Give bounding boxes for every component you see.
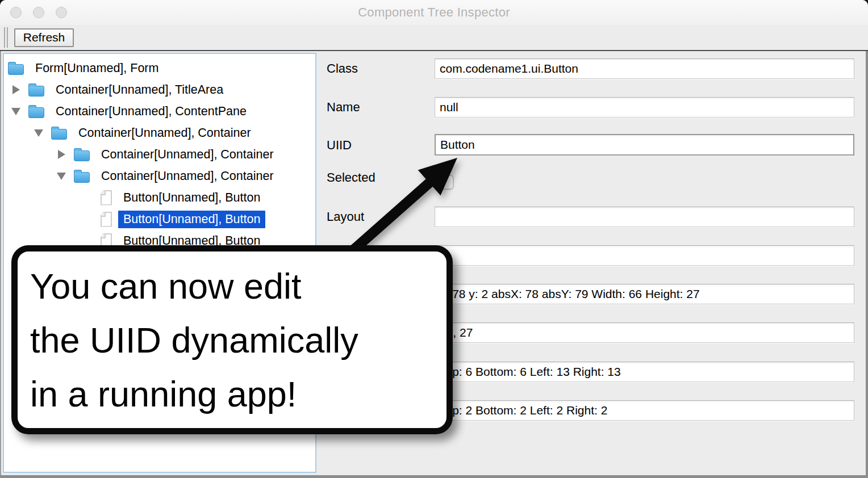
tree-row[interactable]: Container[Unnamed], TitleArea — [4, 79, 315, 100]
tree-row[interactable]: Container[Unnamed], ContentPane — [4, 100, 315, 122]
window-right-border — [866, 51, 868, 478]
coordinates-field[interactable] — [435, 284, 854, 304]
tree-row[interactable]: Form[Unnamed], Form — [4, 57, 315, 79]
file-icon — [101, 212, 112, 227]
tree-row-label: Container[Unnamed], TitleArea — [51, 81, 228, 99]
disclosure-expanded-icon[interactable] — [34, 129, 43, 137]
name-label: Name — [327, 100, 360, 115]
tree-row[interactable]: Container[Unnamed], Container — [4, 144, 315, 165]
callout-text-line: the UIID dynamically — [30, 313, 446, 367]
tree-row[interactable]: Container[Unnamed], Container — [4, 122, 315, 144]
toolbar: Refresh — [0, 25, 868, 50]
class-field[interactable] — [435, 58, 854, 79]
minimize-window-icon[interactable] — [33, 7, 44, 18]
refresh-button[interactable]: Refresh — [14, 28, 74, 47]
margin-field[interactable] — [435, 400, 854, 421]
disclosure-collapsed-icon[interactable] — [11, 85, 20, 94]
zoom-window-icon[interactable] — [56, 7, 67, 18]
component-tree-inspector-window: Component Tree Inspector Refresh Form[Un… — [0, 0, 868, 478]
tree-row-label: Button[Unnamed], Button — [118, 211, 265, 228]
callout-text-line: You can now edit — [30, 259, 446, 313]
file-icon — [101, 190, 112, 206]
uiid-field[interactable] — [435, 134, 854, 156]
folder-icon — [51, 129, 67, 140]
tree-row-label: Container[Unnamed], Container — [73, 124, 256, 142]
tree-row-label: Container[Unnamed], Container — [96, 167, 279, 185]
tree-row-label: Form[Unnamed], Form — [30, 60, 164, 77]
folder-icon — [28, 107, 44, 118]
constraint-field[interactable] — [435, 245, 854, 266]
window-left-border — [0, 51, 1, 478]
folder-icon — [28, 86, 44, 97]
tree-row-label: Container[Unnamed], ContentPane — [51, 103, 252, 120]
tree-row-label: Container[Unnamed], Container — [96, 146, 279, 163]
tree-row[interactable]: Container[Unnamed], Container — [4, 165, 315, 187]
padding-field[interactable] — [435, 362, 854, 382]
tree-row[interactable]: Button[Unnamed], Button — [4, 187, 315, 208]
tree-row-selected[interactable]: Button[Unnamed], Button — [4, 208, 315, 230]
disclosure-expanded-icon[interactable] — [57, 173, 66, 180]
window-bottom-border — [0, 475, 868, 478]
callout-text-line: in a running app! — [30, 367, 446, 421]
name-field[interactable] — [435, 97, 854, 118]
title-bar: Component Tree Inspector — [0, 0, 868, 26]
class-label: Class — [327, 61, 358, 76]
folder-icon — [74, 172, 90, 183]
preferred-size-field[interactable] — [435, 322, 854, 343]
window-title: Component Tree Inspector — [0, 0, 868, 25]
tree-row-label: Button[Unnamed], Button — [118, 189, 265, 207]
disclosure-collapsed-icon[interactable] — [57, 150, 66, 159]
disclosure-expanded-icon[interactable] — [11, 108, 20, 115]
folder-icon — [8, 64, 24, 75]
folder-icon — [74, 150, 90, 161]
toolbar-drag-handle-icon[interactable] — [7, 27, 8, 48]
toolbar-drag-handle-icon[interactable] — [4, 27, 5, 48]
callout-bubble: You can now edit the UIID dynamically in… — [11, 245, 453, 434]
layout-field[interactable] — [435, 207, 854, 227]
close-window-icon[interactable] — [10, 7, 22, 18]
toolbar-separator — [0, 50, 868, 51]
